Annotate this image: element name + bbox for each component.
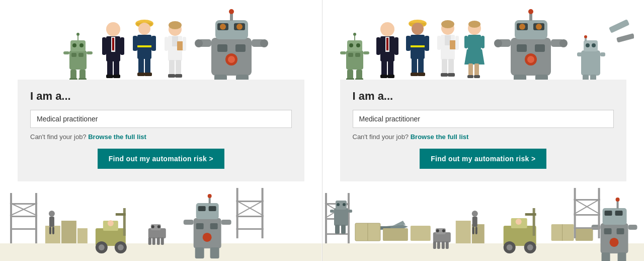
svg-rect-22 bbox=[102, 37, 106, 55]
svg-rect-137 bbox=[388, 60, 393, 76]
svg-rect-23 bbox=[120, 37, 124, 55]
svg-rect-95 bbox=[152, 237, 155, 245]
svg-point-243 bbox=[506, 244, 512, 250]
svg-rect-100 bbox=[210, 223, 218, 229]
svg-rect-67 bbox=[10, 193, 12, 243]
right-browse-link[interactable]: Browse the full list bbox=[411, 133, 469, 141]
svg-point-181 bbox=[519, 24, 525, 30]
svg-rect-126 bbox=[340, 51, 346, 54]
svg-rect-113 bbox=[236, 201, 264, 202]
svg-point-122 bbox=[349, 43, 353, 47]
svg-rect-139 bbox=[387, 75, 394, 78]
svg-rect-75 bbox=[61, 221, 76, 243]
svg-point-187 bbox=[494, 39, 502, 47]
svg-rect-148 bbox=[418, 58, 424, 74]
svg-rect-234 bbox=[445, 241, 448, 249]
svg-rect-17 bbox=[112, 38, 114, 50]
svg-rect-76 bbox=[77, 228, 88, 243]
svg-rect-108 bbox=[221, 220, 231, 225]
svg-point-7 bbox=[76, 33, 79, 36]
svg-rect-96 bbox=[157, 237, 160, 245]
right-risk-button[interactable]: Find out my automation risk bbox=[420, 149, 546, 169]
svg-rect-18 bbox=[107, 60, 113, 76]
svg-rect-263 bbox=[628, 225, 637, 230]
svg-point-195 bbox=[586, 43, 590, 47]
svg-rect-270 bbox=[574, 227, 600, 229]
svg-rect-149 bbox=[411, 73, 418, 76]
svg-rect-78 bbox=[49, 217, 54, 227]
svg-rect-246 bbox=[532, 208, 535, 236]
svg-rect-151 bbox=[406, 36, 411, 51]
svg-rect-45 bbox=[183, 37, 186, 51]
svg-rect-168 bbox=[474, 63, 479, 76]
svg-rect-44 bbox=[165, 37, 168, 51]
svg-rect-103 bbox=[198, 206, 206, 211]
left-title: I am a... bbox=[30, 90, 292, 103]
svg-rect-205 bbox=[323, 243, 645, 261]
svg-rect-238 bbox=[472, 217, 477, 227]
svg-rect-30 bbox=[145, 58, 150, 74]
svg-point-57 bbox=[229, 9, 234, 14]
svg-point-85 bbox=[118, 244, 124, 250]
svg-rect-166 bbox=[468, 35, 481, 50]
svg-point-177 bbox=[527, 56, 534, 63]
svg-rect-120 bbox=[355, 53, 360, 57]
svg-point-123 bbox=[356, 43, 360, 47]
svg-rect-8 bbox=[63, 51, 69, 54]
svg-rect-69 bbox=[10, 203, 37, 205]
svg-point-196 bbox=[592, 43, 596, 47]
svg-rect-114 bbox=[236, 216, 264, 217]
svg-point-144 bbox=[412, 23, 424, 35]
svg-rect-20 bbox=[106, 75, 113, 78]
svg-rect-31 bbox=[137, 73, 145, 76]
right-card: I am a... Can't find your job? Browse th… bbox=[340, 80, 627, 181]
svg-rect-160 bbox=[441, 73, 448, 77]
right-cant-find: Can't find your job? Browse the full lis… bbox=[353, 133, 614, 141]
svg-point-83 bbox=[99, 244, 105, 250]
svg-rect-247 bbox=[525, 213, 536, 216]
right-panel: I am a... Can't find your job? Browse th… bbox=[323, 0, 645, 261]
svg-rect-147 bbox=[412, 58, 417, 74]
svg-rect-239 bbox=[472, 227, 474, 234]
svg-point-229 bbox=[436, 229, 439, 232]
svg-rect-68 bbox=[35, 193, 37, 243]
right-job-input[interactable] bbox=[353, 110, 614, 128]
svg-point-26 bbox=[138, 23, 150, 35]
svg-rect-172 bbox=[481, 36, 485, 48]
svg-point-230 bbox=[442, 229, 445, 232]
svg-point-77 bbox=[49, 211, 55, 217]
svg-point-54 bbox=[220, 24, 226, 30]
svg-rect-19 bbox=[114, 60, 119, 76]
svg-rect-162 bbox=[437, 36, 441, 50]
svg-point-216 bbox=[342, 203, 345, 206]
svg-rect-163 bbox=[455, 36, 459, 50]
svg-rect-218 bbox=[348, 210, 352, 213]
svg-point-188 bbox=[559, 39, 568, 47]
svg-point-5 bbox=[79, 43, 84, 47]
svg-rect-252 bbox=[575, 228, 593, 241]
svg-rect-259 bbox=[615, 211, 622, 216]
left-job-input[interactable] bbox=[30, 110, 292, 128]
svg-rect-235 bbox=[455, 221, 470, 243]
svg-point-101 bbox=[203, 233, 212, 242]
left-browse-link[interactable]: Browse the full list bbox=[88, 133, 146, 141]
svg-rect-94 bbox=[148, 237, 151, 245]
svg-rect-71 bbox=[10, 228, 37, 230]
svg-point-50 bbox=[228, 56, 235, 63]
svg-rect-150 bbox=[418, 73, 425, 76]
svg-point-93 bbox=[157, 225, 160, 228]
left-risk-button[interactable]: Find out my automation risk bbox=[98, 149, 224, 169]
svg-rect-9 bbox=[87, 51, 93, 54]
svg-point-60 bbox=[195, 39, 203, 47]
left-panel: I am a... Can't find your job? Browse th… bbox=[0, 0, 322, 261]
svg-rect-199 bbox=[577, 52, 582, 56]
svg-point-61 bbox=[260, 39, 268, 47]
svg-point-249 bbox=[515, 219, 521, 225]
svg-point-237 bbox=[471, 211, 477, 217]
svg-rect-226 bbox=[410, 226, 430, 241]
svg-rect-111 bbox=[236, 188, 238, 238]
svg-rect-219 bbox=[335, 225, 339, 234]
svg-rect-265 bbox=[617, 252, 626, 261]
svg-rect-110 bbox=[210, 247, 219, 258]
svg-rect-140 bbox=[376, 37, 380, 55]
